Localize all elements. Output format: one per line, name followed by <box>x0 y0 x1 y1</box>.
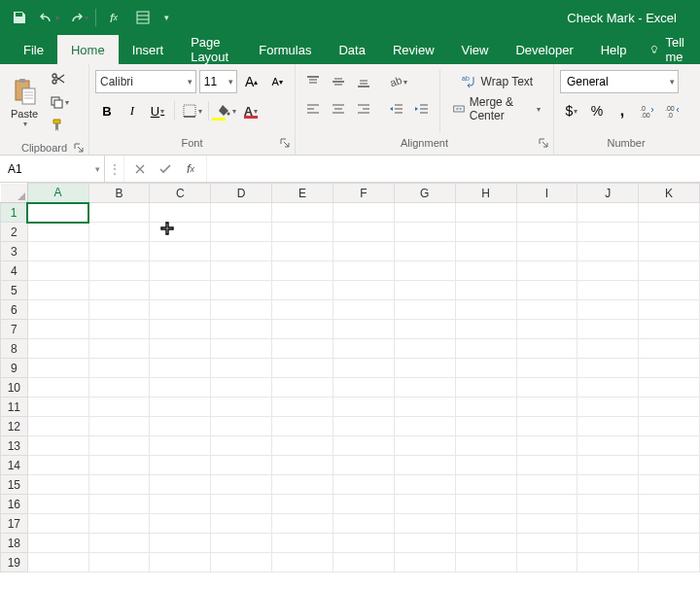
column-header[interactable]: A <box>27 184 88 203</box>
cell[interactable] <box>150 378 211 398</box>
font-launcher[interactable] <box>279 137 291 149</box>
cell[interactable] <box>150 339 211 359</box>
cell[interactable] <box>150 203 211 223</box>
cell[interactable] <box>639 417 700 436</box>
cell[interactable] <box>516 300 578 320</box>
cell[interactable] <box>27 378 88 398</box>
cell[interactable] <box>455 475 516 495</box>
cell[interactable] <box>150 534 211 553</box>
cell[interactable] <box>27 436 88 456</box>
cell[interactable] <box>27 514 88 534</box>
cell[interactable] <box>88 203 150 223</box>
cell[interactable] <box>639 300 700 320</box>
name-box-input[interactable] <box>0 162 104 176</box>
cell[interactable] <box>516 398 578 417</box>
cell[interactable] <box>332 300 394 320</box>
name-box[interactable]: ▾ <box>0 156 105 182</box>
tab-review[interactable]: Review <box>379 35 448 64</box>
cell[interactable] <box>332 514 394 534</box>
row-header[interactable]: 16 <box>1 495 28 514</box>
cell[interactable] <box>516 378 578 398</box>
tab-insert[interactable]: Insert <box>119 35 178 64</box>
fill-color-button[interactable]: ▾ <box>214 99 237 122</box>
cell[interactable] <box>211 320 272 339</box>
cell[interactable] <box>578 359 639 378</box>
cell[interactable] <box>516 223 578 242</box>
cell[interactable] <box>88 320 150 339</box>
cell[interactable] <box>150 261 211 281</box>
row-header[interactable]: 4 <box>1 261 28 281</box>
cell[interactable] <box>455 339 516 359</box>
cell[interactable] <box>394 339 455 359</box>
cell[interactable] <box>150 300 211 320</box>
cell[interactable] <box>455 261 516 281</box>
cell[interactable] <box>394 553 455 572</box>
cell[interactable] <box>27 320 88 339</box>
cell[interactable] <box>211 281 272 300</box>
align-bottom-button[interactable] <box>352 70 375 93</box>
column-header[interactable]: G <box>394 184 455 203</box>
cut-button[interactable] <box>47 68 70 89</box>
select-all-corner[interactable] <box>1 184 28 203</box>
cell[interactable] <box>150 456 211 475</box>
cell[interactable] <box>639 456 700 475</box>
cell[interactable] <box>639 261 700 281</box>
cell[interactable] <box>394 261 455 281</box>
align-center-button[interactable] <box>327 97 350 121</box>
cell[interactable] <box>332 417 394 436</box>
qat-customize-button[interactable]: ▾ <box>158 4 174 31</box>
cell[interactable] <box>455 553 516 572</box>
cell[interactable] <box>272 398 333 417</box>
cell[interactable] <box>332 553 394 572</box>
alignment-launcher[interactable] <box>538 137 549 149</box>
format-painter-button[interactable] <box>47 115 70 136</box>
cell[interactable] <box>27 534 88 553</box>
cell[interactable] <box>211 359 272 378</box>
cell[interactable] <box>332 534 394 553</box>
cell[interactable] <box>88 359 150 378</box>
cell[interactable] <box>27 261 88 281</box>
row-header[interactable]: 12 <box>1 417 28 436</box>
cell[interactable] <box>639 436 700 456</box>
cell[interactable] <box>272 456 333 475</box>
tab-data[interactable]: Data <box>325 35 378 64</box>
cell[interactable] <box>332 495 394 514</box>
accounting-format-button[interactable]: $▾ <box>560 99 583 122</box>
cell[interactable] <box>27 475 88 495</box>
tell-me-button[interactable]: Tell me <box>640 35 700 64</box>
cell[interactable] <box>578 417 639 436</box>
cell[interactable] <box>27 495 88 514</box>
orientation-button[interactable]: ab▾ <box>385 70 408 93</box>
tab-home[interactable]: Home <box>57 35 119 64</box>
borders-button[interactable]: ▾ <box>180 99 203 122</box>
cell[interactable] <box>27 398 88 417</box>
cell[interactable] <box>150 553 211 572</box>
cell[interactable] <box>516 514 578 534</box>
row-header[interactable]: 11 <box>1 398 28 417</box>
decrease-indent-button[interactable] <box>385 97 408 121</box>
cell[interactable] <box>455 417 516 436</box>
cell[interactable] <box>455 242 516 261</box>
cell[interactable] <box>272 359 333 378</box>
cell[interactable] <box>394 398 455 417</box>
cell[interactable] <box>88 398 150 417</box>
cell[interactable] <box>455 398 516 417</box>
tab-file[interactable]: File <box>10 35 57 64</box>
cell[interactable] <box>455 436 516 456</box>
align-right-button[interactable] <box>352 97 375 121</box>
cell[interactable] <box>211 398 272 417</box>
cell[interactable] <box>394 436 455 456</box>
cell[interactable] <box>455 378 516 398</box>
row-header[interactable]: 8 <box>1 339 28 359</box>
cell[interactable] <box>211 436 272 456</box>
cell[interactable] <box>516 203 578 223</box>
cell[interactable] <box>516 534 578 553</box>
row-header[interactable]: 5 <box>1 281 28 300</box>
cell[interactable] <box>455 300 516 320</box>
cell[interactable] <box>211 378 272 398</box>
cell[interactable] <box>578 495 639 514</box>
cell[interactable] <box>332 359 394 378</box>
row-header[interactable]: 3 <box>1 242 28 261</box>
underline-button[interactable]: U▾ <box>146 99 169 122</box>
cell[interactable] <box>150 398 211 417</box>
